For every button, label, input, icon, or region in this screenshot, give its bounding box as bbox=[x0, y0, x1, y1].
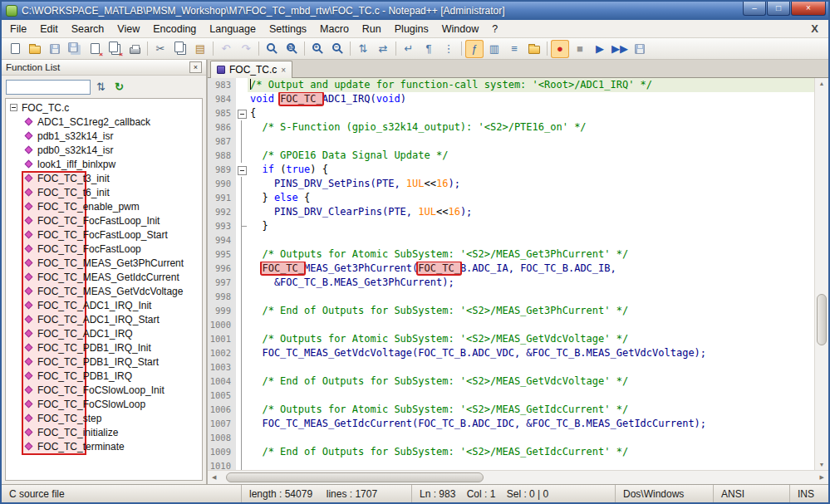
document-list-icon[interactable]: ≡ bbox=[505, 40, 523, 58]
code-line[interactable]: 987 bbox=[208, 135, 814, 149]
code-line[interactable]: 1000 bbox=[208, 318, 814, 332]
vertical-scrollbar[interactable]: ▲ ▼ bbox=[814, 78, 828, 470]
copy-icon[interactable] bbox=[171, 40, 189, 58]
code-line[interactable]: 989 if (true) { bbox=[208, 163, 814, 177]
menu-item-search[interactable]: Search bbox=[65, 22, 111, 37]
tab-close-icon[interactable]: × bbox=[281, 66, 286, 75]
code-line[interactable]: 1003 bbox=[208, 360, 814, 374]
menu-item-view[interactable]: View bbox=[111, 22, 146, 37]
code-line[interactable]: 1008 bbox=[208, 431, 814, 445]
save-recorded-macro-icon[interactable] bbox=[631, 40, 649, 58]
find-icon[interactable] bbox=[263, 40, 281, 58]
menu-item-file[interactable]: File bbox=[3, 22, 33, 37]
menu-item-plugins[interactable]: Plugins bbox=[388, 22, 435, 37]
function-list-item[interactable]: FOC_TC_PDB1_IRQ bbox=[6, 369, 202, 383]
code-line[interactable]: 995 /* Outputs for Atomic SubSystem: '<S… bbox=[208, 247, 814, 262]
code-line[interactable]: 992 PINS_DRV_ClearPins(PTE, 1UL<<16); bbox=[208, 205, 814, 219]
close-file-icon[interactable]: × bbox=[86, 40, 104, 58]
minimize-button[interactable]: – bbox=[743, 2, 766, 16]
close-all-files-icon[interactable]: × bbox=[106, 40, 124, 58]
tab-foc-tc[interactable]: FOC_TC.c × bbox=[210, 61, 292, 78]
function-list-item[interactable]: FOC_TC_ADC1_IRQ bbox=[6, 326, 202, 340]
code-line[interactable]: 999 /* End of Outputs for SubSystem: '<S… bbox=[208, 304, 814, 318]
code-line[interactable]: 985{ bbox=[208, 106, 814, 120]
folder-as-workspace-icon[interactable] bbox=[525, 40, 543, 58]
open-file-icon[interactable] bbox=[26, 40, 44, 58]
zoom-out-icon[interactable]: − bbox=[328, 40, 346, 58]
new-file-icon[interactable] bbox=[6, 40, 24, 58]
status-encoding[interactable]: ANSI bbox=[714, 485, 790, 502]
function-list-item[interactable]: FOC_TC_step bbox=[6, 411, 202, 425]
function-list-item[interactable]: FOC_TC_t6_init bbox=[6, 185, 202, 199]
maximize-button[interactable]: □ bbox=[767, 2, 790, 16]
code-line[interactable]: 996 FOC_TC_MEAS_Get3PhCurrent(FOC_TC_B.A… bbox=[208, 262, 814, 276]
fold-collapse-icon[interactable] bbox=[236, 163, 248, 177]
function-list-item[interactable]: ADC1_SC1reg2_callback bbox=[6, 115, 202, 129]
code-line[interactable]: 1009 /* End of Outputs for SubSystem: '<… bbox=[208, 445, 814, 459]
collapse-icon[interactable] bbox=[10, 104, 17, 111]
code-line[interactable]: 1005 bbox=[208, 389, 814, 403]
function-list-item[interactable]: pdb1_s32k14_isr bbox=[6, 129, 202, 143]
function-search-input[interactable] bbox=[6, 80, 91, 95]
save-icon[interactable] bbox=[46, 40, 64, 58]
code-line[interactable]: 1001 /* Outputs for Atomic SubSystem: '<… bbox=[208, 332, 814, 346]
function-list-item[interactable]: FOC_TC_FocFastLoop_Init bbox=[6, 213, 202, 228]
function-list-item[interactable]: FOC_TC_MEAS_GetVdcVoltage bbox=[6, 284, 202, 298]
code-line[interactable]: 990 PINS_DRV_SetPins(PTE, 1UL<<16); bbox=[208, 177, 814, 191]
vertical-scroll-thumb[interactable] bbox=[817, 294, 827, 345]
menu-item-window[interactable]: Window bbox=[435, 22, 485, 37]
code-line[interactable]: 1007 FOC_TC_MEAS_GetIdcCurrent(FOC_TC_B.… bbox=[208, 417, 814, 431]
function-list-item[interactable]: FOC_TC_t3_init bbox=[6, 171, 202, 185]
function-list-item[interactable]: FOC_TC_MEAS_GetIdcCurrent bbox=[6, 270, 202, 284]
status-insert-mode[interactable]: INS bbox=[790, 485, 828, 502]
function-list-item[interactable]: FOC_TC_FocFastLoop bbox=[6, 242, 202, 256]
menu-item-edit[interactable]: Edit bbox=[33, 22, 65, 37]
sort-az-icon[interactable]: ⇅ bbox=[93, 79, 109, 95]
playback-macro-icon[interactable]: ▶ bbox=[591, 40, 609, 58]
show-all-characters-icon[interactable]: ¶ bbox=[420, 40, 438, 58]
menu-item-macro[interactable]: Macro bbox=[313, 22, 356, 37]
scroll-down-icon[interactable]: ▼ bbox=[815, 462, 828, 467]
code-line[interactable]: 998 bbox=[208, 290, 814, 304]
code-line[interactable]: 994 bbox=[208, 233, 814, 247]
refresh-icon[interactable]: ↻ bbox=[111, 79, 127, 95]
code-line[interactable]: 997 &FOC_TC_B.MEAS_Get3PhCurrent); bbox=[208, 276, 814, 290]
code-line[interactable]: 991 } else { bbox=[208, 191, 814, 205]
menu-item-language[interactable]: Language bbox=[203, 22, 263, 37]
scroll-left-icon[interactable]: ◀ bbox=[212, 474, 216, 481]
redo-icon[interactable]: ↷ bbox=[237, 40, 255, 58]
document-map-icon[interactable]: ▥ bbox=[485, 40, 503, 58]
menu-item-help[interactable]: ? bbox=[485, 22, 504, 37]
function-list-item[interactable]: FOC_TC_FoCSlowLoop_Init bbox=[6, 383, 202, 397]
menu-item-settings[interactable]: Settings bbox=[263, 22, 313, 37]
function-list-item[interactable]: FOC_TC_ADC1_IRQ_Start bbox=[6, 312, 202, 326]
function-list-item[interactable]: FOC_TC_FocFastLoop_Start bbox=[6, 228, 202, 242]
horizontal-scroll-thumb[interactable] bbox=[226, 472, 484, 482]
code-line[interactable]: 1006 /* Outputs for Atomic SubSystem: '<… bbox=[208, 403, 814, 417]
scroll-right-icon[interactable]: ▶ bbox=[820, 474, 824, 481]
function-list-item[interactable]: FOC_TC_enable_pwm bbox=[6, 199, 202, 213]
menu-item-encoding[interactable]: Encoding bbox=[146, 22, 203, 37]
function-list-item[interactable]: FOC_TC_MEAS_Get3PhCurrent bbox=[6, 256, 202, 270]
function-list-icon[interactable]: ƒ bbox=[465, 40, 484, 58]
function-list-item[interactable]: FOC_TC_initialize bbox=[6, 425, 202, 439]
stop-recording-icon[interactable]: ■ bbox=[571, 40, 589, 58]
word-wrap-icon[interactable]: ↵ bbox=[400, 40, 418, 58]
code-line[interactable]: 983/* Output and update for function-cal… bbox=[208, 78, 814, 92]
status-eol-format[interactable]: Dos\Windows bbox=[616, 485, 714, 502]
code-editor[interactable]: 983/* Output and update for function-cal… bbox=[208, 78, 814, 470]
function-list-item[interactable]: FOC_TC_PDB1_IRQ_Init bbox=[6, 340, 202, 355]
function-list-root[interactable]: FOC_TC.c bbox=[6, 100, 202, 115]
function-list-item[interactable]: FOC_TC_ADC1_IRQ_Init bbox=[6, 298, 202, 312]
zoom-in-icon[interactable]: + bbox=[308, 40, 327, 58]
sync-scroll-horizontal-icon[interactable]: ⇄ bbox=[374, 40, 392, 58]
fold-collapse-icon[interactable] bbox=[236, 106, 248, 120]
function-list-item[interactable]: FOC_TC_PDB1_IRQ_Start bbox=[6, 355, 202, 369]
scroll-up-icon[interactable]: ▲ bbox=[815, 81, 828, 86]
record-macro-icon[interactable]: ● bbox=[551, 40, 569, 58]
function-list-item[interactable]: look1_iflf_binlxpw bbox=[6, 157, 202, 171]
save-all-icon[interactable] bbox=[66, 40, 84, 58]
function-list-item[interactable]: FOC_TC_FoCSlowLoop bbox=[6, 397, 202, 411]
sync-scroll-vertical-icon[interactable]: ⇅ bbox=[354, 40, 372, 58]
menu-item-run[interactable]: Run bbox=[356, 22, 388, 37]
